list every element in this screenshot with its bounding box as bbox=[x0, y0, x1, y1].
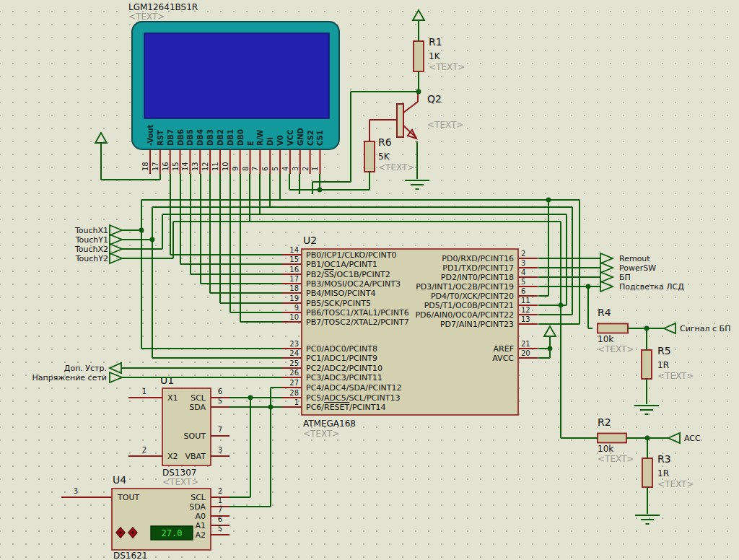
wire bbox=[403, 102, 418, 113]
u2-pin-label: PD4/T0/XCK/PCINT20 bbox=[431, 292, 514, 301]
terminal-TouchX2: TouchX2 bbox=[74, 245, 108, 254]
resistor-R1[interactable] bbox=[414, 41, 424, 71]
label: SOUT bbox=[184, 432, 206, 441]
label: 7 bbox=[218, 426, 222, 434]
resistor-R2[interactable] bbox=[598, 434, 626, 443]
u2-pin-number: 3 bbox=[521, 259, 525, 267]
junction-dot bbox=[644, 326, 650, 331]
lcd-pin-name: DB0 bbox=[237, 129, 245, 146]
resistor-ref: R3 bbox=[657, 453, 671, 465]
u1-ref: U1 bbox=[160, 375, 174, 386]
resistor-R3[interactable] bbox=[642, 458, 652, 487]
lcd-pin-name: DB6 bbox=[177, 129, 185, 146]
power-icon bbox=[95, 133, 107, 143]
terminal-1: PowerSW bbox=[619, 263, 656, 273]
resistor-R4[interactable] bbox=[598, 324, 628, 333]
u2-pin-label: PC4/ADC4/SDA/PCINT12 bbox=[306, 383, 401, 393]
u2-pin-label: PB4/MISO/PCINT4 bbox=[306, 289, 375, 298]
lcd-pin-number: 1 bbox=[311, 167, 319, 171]
label: 6 bbox=[218, 515, 222, 523]
u2-pin-label: PB3/MOSI/OC2A/PCINT3 bbox=[306, 279, 401, 289]
resistor-R6[interactable] bbox=[364, 141, 375, 172]
junction-dot bbox=[645, 436, 650, 441]
lcd-screen bbox=[144, 33, 329, 118]
lcd-pin-number: 17 bbox=[152, 162, 159, 171]
u2-pin-label: PD3/INT1/OC2B/PCINT19 bbox=[416, 282, 514, 292]
lcd-pin-number: 16 bbox=[162, 162, 170, 171]
label: SDA bbox=[189, 502, 206, 512]
terminal-TouchY1: TouchY1 bbox=[75, 235, 108, 245]
q2-ref: Q2 bbox=[427, 93, 442, 105]
lcd-pin-name: DB1 bbox=[227, 129, 235, 146]
u2-pin-label: PB6/TOSC1/XTAL1/PCINT6 bbox=[306, 308, 409, 318]
u2-pin-number: 11 bbox=[521, 297, 530, 305]
lcd-ref: LGM12641BS1R bbox=[128, 2, 198, 12]
label: 5 bbox=[218, 397, 222, 405]
lcd-pin-name: DI bbox=[266, 137, 274, 146]
u4-ref: U4 bbox=[113, 474, 126, 486]
lcd-text-placeholder: <TEXT> bbox=[128, 12, 165, 22]
power-icon bbox=[413, 10, 424, 20]
label: 3 bbox=[74, 487, 78, 495]
q2-base-bar bbox=[397, 104, 403, 137]
schematic-canvas: LGM12641BS1R<TEXT>-Vout18RST17DB716DB615… bbox=[0, 0, 739, 560]
resistor-value: 1R bbox=[657, 468, 669, 478]
resistor-ref: R2 bbox=[598, 416, 611, 428]
power-icon bbox=[544, 326, 556, 336]
signal-arrow-icon bbox=[110, 372, 122, 382]
lcd-pin-name: DB5 bbox=[186, 129, 194, 146]
label: SDA bbox=[189, 403, 206, 412]
junction-dot bbox=[559, 303, 564, 308]
junction-dot bbox=[268, 405, 274, 410]
signal-arrow-icon bbox=[600, 272, 613, 282]
u2-ref: U2 bbox=[303, 235, 317, 246]
lcd-pin-number: 9 bbox=[232, 167, 240, 171]
resistor-text-placeholder: <TEXT> bbox=[657, 479, 694, 489]
u2-pin-label: PC3/ADC3/PCINT11 bbox=[306, 373, 382, 382]
u2-pin-number: 26 bbox=[289, 369, 299, 377]
resistor-ref: R6 bbox=[378, 136, 392, 148]
u2-pin-label: PD5/T1/OC0B/PCINT21 bbox=[424, 301, 514, 310]
down-glyph bbox=[131, 531, 134, 534]
terminal-napryazhenie: Напряжение сети bbox=[32, 373, 107, 382]
label: 1 bbox=[142, 388, 147, 395]
transistor-q2[interactable] bbox=[397, 104, 416, 139]
u2-pin-label: PD6/AIN0/OC0A/PCINT22 bbox=[415, 310, 514, 320]
lcd-pin-name: V0 bbox=[276, 135, 284, 146]
label: A0 bbox=[195, 512, 206, 521]
signal-arrow-icon bbox=[600, 281, 613, 292]
resistor-R5[interactable] bbox=[642, 350, 652, 379]
lcd-pin-name: GND bbox=[297, 128, 305, 146]
resistor-text-placeholder: <TEXT> bbox=[598, 454, 634, 464]
u2-pin-label: PB7/TOSC2/XTAL2/PCINT7 bbox=[306, 318, 409, 327]
junction-dot bbox=[318, 188, 323, 193]
lcd-pin-name: R/W bbox=[256, 130, 264, 146]
u4-part: DS1621 bbox=[113, 551, 147, 560]
label: TOUT bbox=[117, 493, 139, 502]
label: SCL bbox=[191, 393, 206, 403]
resistor-text-placeholder: <TEXT> bbox=[657, 371, 694, 381]
lcd-pin-number: 7 bbox=[251, 167, 259, 171]
u2-pin-label: AREF bbox=[494, 344, 514, 354]
lcd-pin-name: CS1 bbox=[316, 130, 324, 146]
u2-pin-number: 2 bbox=[521, 250, 525, 258]
signal-arrow-icon bbox=[110, 363, 121, 373]
lcd-pin-number: 15 bbox=[172, 162, 180, 171]
u2-pin-number: 1 bbox=[294, 398, 299, 406]
u1-part: DS1307 bbox=[162, 468, 196, 478]
u4-display-value: 27.0 bbox=[162, 528, 183, 538]
up-glyph bbox=[119, 531, 122, 534]
junction-dot bbox=[546, 198, 551, 203]
lcd-pin-number: 14 bbox=[181, 162, 189, 171]
u2-pin-label: PB1/OC1A/PCINT1 bbox=[306, 260, 377, 269]
label: X2 bbox=[167, 452, 178, 461]
signal-arrow-icon bbox=[110, 225, 122, 235]
u2-pin-label: PC0/ADC0/PCINT8 bbox=[306, 344, 377, 354]
label: 5 bbox=[218, 525, 222, 533]
junction-dot bbox=[416, 89, 421, 95]
u2-pin-number: 17 bbox=[289, 275, 299, 283]
lcd-pin-number: 3 bbox=[292, 167, 299, 171]
lcd-pin-number: 18 bbox=[141, 162, 149, 171]
terminal-dop-ustr: Доп. Устр. bbox=[64, 364, 107, 373]
q2-text-placeholder: <TEXT> bbox=[427, 120, 463, 130]
